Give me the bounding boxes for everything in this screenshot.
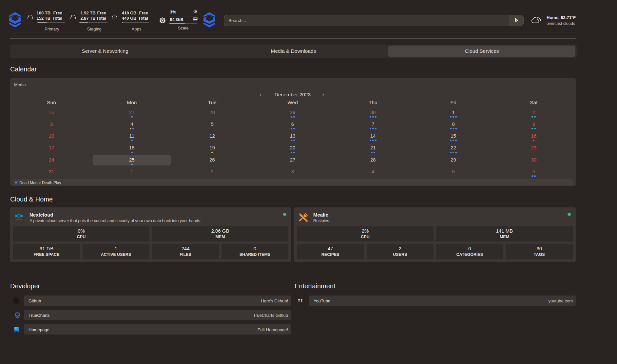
svg-text:Nextcloud: Nextcloud	[16, 219, 22, 220]
